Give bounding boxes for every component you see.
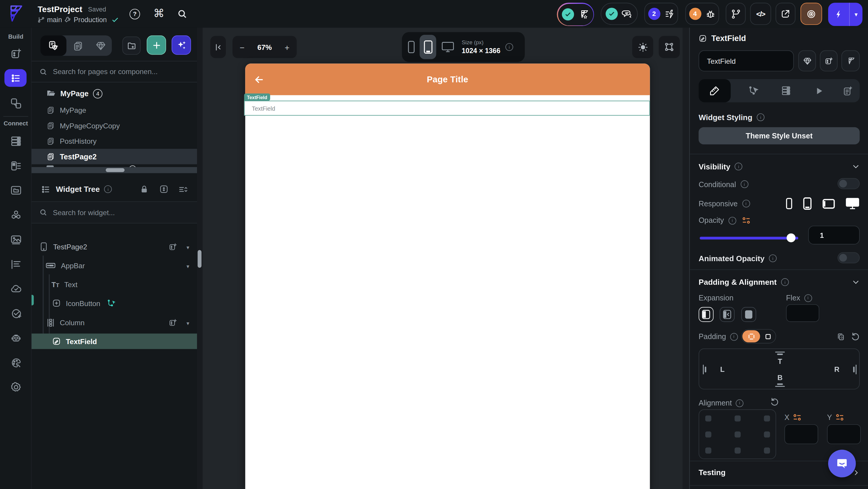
canvas-settings-button[interactable] [659,36,680,58]
tree-sort-icon[interactable] [178,185,188,194]
device-preview[interactable]: Page Title TextField TextField [245,64,650,489]
theme-widget-button[interactable] [798,51,816,71]
branch-row[interactable]: main Production [37,15,119,24]
expansion-flexible-button[interactable] [720,307,735,322]
run-button-group[interactable]: ▾ [828,3,862,26]
padding-alignment-header[interactable]: Padding & Alignment [699,278,860,287]
rail-custom-functions[interactable] [9,307,22,320]
view-code-button[interactable]: </> [750,3,771,25]
run-button[interactable] [828,3,850,26]
align-dot[interactable] [735,447,741,454]
responsive-desktop-icon[interactable] [845,197,860,210]
tab-backend[interactable] [770,79,802,102]
rail-app-values[interactable] [9,159,22,172]
copy-padding-icon[interactable] [836,332,845,341]
convert-to-component-button[interactable] [820,51,838,71]
tab-animations[interactable] [803,79,835,102]
device-desktop-icon[interactable] [441,41,455,53]
expansion-none-button[interactable] [699,307,714,322]
folder-row-mypage[interactable]: MyPage 4 [32,86,197,101]
info-icon[interactable] [742,200,750,207]
align-dot[interactable] [764,447,770,454]
rail-ai-agent[interactable] [9,331,22,344]
info-icon[interactable] [781,278,789,286]
padding-mode-all[interactable] [760,333,775,339]
align-dot[interactable] [735,416,741,422]
set-from-variable-icon[interactable] [742,217,750,224]
set-from-variable-icon[interactable] [835,414,844,421]
info-icon[interactable] [740,180,748,188]
pad-left-icon[interactable] [703,364,707,374]
info-icon[interactable] [730,333,738,340]
info-icon[interactable] [736,399,743,407]
rail-media-assets[interactable] [9,184,22,196]
padding-mode-individual[interactable] [742,330,760,342]
validate-button-wrap[interactable] [557,3,594,26]
ai-gen-button[interactable] [841,51,860,71]
command-menu-button[interactable]: ⌘ [153,6,165,21]
opacity-slider[interactable] [700,233,798,242]
pages-hscrollbar[interactable] [32,167,197,173]
rail-cloud-functions[interactable] [9,282,22,295]
help-button[interactable]: ? [130,9,140,20]
lock-icon[interactable] [140,185,149,194]
preview-appbar[interactable]: Page Title [245,64,650,95]
collapse-caret[interactable] [187,318,189,328]
pad-bottom-icon[interactable] [775,383,785,387]
expansion-expanded-button[interactable] [741,307,756,322]
flex-input[interactable] [786,304,819,322]
branch-manager-button[interactable] [726,3,745,25]
info-icon[interactable] [769,254,777,262]
visibility-section-header[interactable]: Visibility [699,162,860,171]
tree-node-appbar[interactable]: AppBar [32,258,197,273]
ai-page-gen-button[interactable] [172,35,191,55]
responsive-phone-icon[interactable] [785,197,793,209]
pad-right-value[interactable]: R [834,365,840,373]
add-child-widget-icon[interactable] [168,318,178,327]
tab-actions[interactable] [738,79,770,102]
theme-mode-button[interactable] [632,36,653,58]
tab-properties-active[interactable] [699,79,731,102]
rail-add-widget[interactable] [9,47,22,60]
opacity-slider-thumb[interactable] [786,233,795,242]
tab-pages-and-components[interactable] [40,35,66,56]
pages-search[interactable] [32,61,197,82]
tree-node-iconbutton[interactable]: IconButton [32,295,197,311]
pad-top-value[interactable]: T [772,357,788,366]
pad-right-icon[interactable] [852,364,857,374]
pad-bottom-value[interactable]: B [772,373,788,382]
widget-search[interactable] [32,202,197,223]
page-row[interactable]: MyPage [32,102,197,118]
open-in-new-button[interactable] [776,3,795,25]
theme-style-button[interactable]: Theme Style Unset [699,127,860,144]
add-child-widget-icon[interactable] [168,242,178,252]
info-icon[interactable] [104,185,112,193]
hscrollbar-thumb[interactable] [106,168,125,172]
app-logo[interactable] [4,4,28,24]
align-x-input[interactable] [784,424,818,444]
device-phone-icon[interactable] [408,40,415,54]
zoom-in-button[interactable]: + [285,42,289,52]
preview-mode-button[interactable] [800,3,822,25]
tree-node-page[interactable]: TestPage2 [32,239,197,254]
info-icon[interactable] [804,294,812,302]
align-y-input[interactable] [827,424,861,444]
rail-assets[interactable] [9,233,22,246]
tree-scrollbar-thumb[interactable] [197,250,202,268]
pages-search-input[interactable] [52,67,189,76]
rail-integrations[interactable] [9,209,22,221]
reset-alignment-icon[interactable] [770,397,779,407]
align-dot[interactable] [764,416,770,422]
add-folder-button[interactable] [122,37,141,55]
rail-database[interactable] [9,134,22,147]
tree-node-textfield-selected[interactable]: TextField [32,333,197,349]
rail-page-selector-active[interactable] [4,69,27,87]
rail-settings[interactable] [9,381,22,393]
rail-theme[interactable] [9,356,22,369]
page-row[interactable]: MyPageCopyCopy [32,118,197,133]
optimizations-button[interactable]: 2 [644,3,678,25]
rail-components[interactable] [9,97,22,109]
pad-top-icon[interactable] [775,351,785,356]
expand-collapse-icon[interactable] [159,184,169,194]
global-search-button[interactable] [177,8,188,20]
